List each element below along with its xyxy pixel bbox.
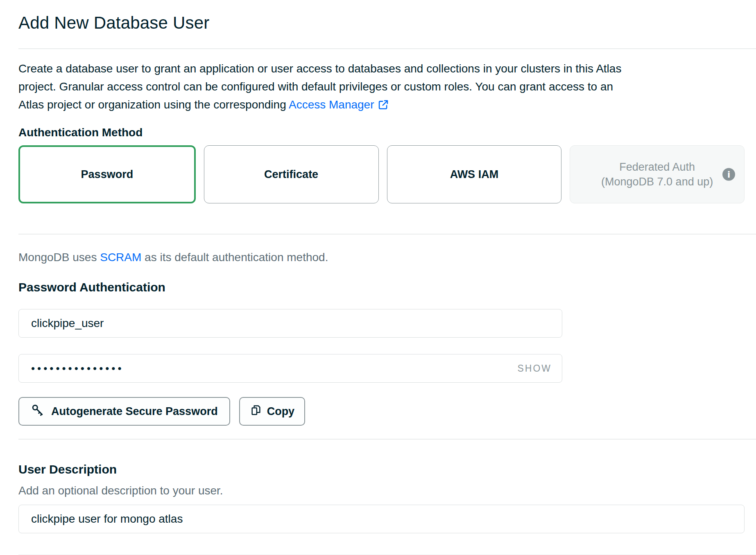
external-link-icon xyxy=(378,98,389,116)
password-input[interactable] xyxy=(18,354,562,383)
scram-note: MongoDB uses SCRAM as its default authen… xyxy=(18,250,745,265)
intro-paragraph: Create a database user to grant an appli… xyxy=(18,60,629,116)
auth-option-label: AWS IAM xyxy=(450,168,499,181)
divider xyxy=(18,439,756,440)
divider xyxy=(18,48,756,49)
show-password-button[interactable]: SHOW xyxy=(517,363,552,374)
copy-label: Copy xyxy=(267,405,295,418)
auth-option-label: Federated Auth (MongoDB 7.0 and up) xyxy=(601,160,713,189)
auth-option-label: Password xyxy=(81,168,134,181)
copy-password-button[interactable]: Copy xyxy=(239,397,306,426)
auth-option-aws-iam[interactable]: AWS IAM xyxy=(387,145,562,203)
key-icon xyxy=(31,403,45,420)
add-database-user-form: Add New Database User Create a database … xyxy=(0,12,756,555)
autogenerate-password-button[interactable]: Autogenerate Secure Password xyxy=(18,397,230,426)
page-title: Add New Database User xyxy=(18,12,745,34)
user-description-input[interactable] xyxy=(18,505,745,533)
scram-link[interactable]: SCRAM xyxy=(100,251,141,264)
password-actions: Autogenerate Secure Password Copy xyxy=(18,397,745,426)
username-input[interactable] xyxy=(18,309,562,338)
auth-method-options: Password Certificate AWS IAM Federated A… xyxy=(18,145,745,203)
auth-option-label: Certificate xyxy=(264,168,318,181)
info-icon[interactable]: i xyxy=(722,168,735,181)
divider xyxy=(18,234,756,235)
password-field-wrap: SHOW xyxy=(18,354,562,383)
password-authentication-heading: Password Authentication xyxy=(18,280,745,295)
auth-option-certificate[interactable]: Certificate xyxy=(204,145,379,203)
autogenerate-password-label: Autogenerate Secure Password xyxy=(51,405,218,418)
auth-option-federated-auth: Federated Auth (MongoDB 7.0 and up) i xyxy=(570,145,745,203)
user-description-heading: User Description xyxy=(18,462,745,477)
authentication-method-heading: Authentication Method xyxy=(18,126,745,140)
user-description-helper: Add an optional description to your user… xyxy=(18,484,745,498)
auth-option-password[interactable]: Password xyxy=(18,145,196,203)
copy-icon xyxy=(250,404,262,419)
access-manager-link[interactable]: Access Manager xyxy=(289,98,374,111)
